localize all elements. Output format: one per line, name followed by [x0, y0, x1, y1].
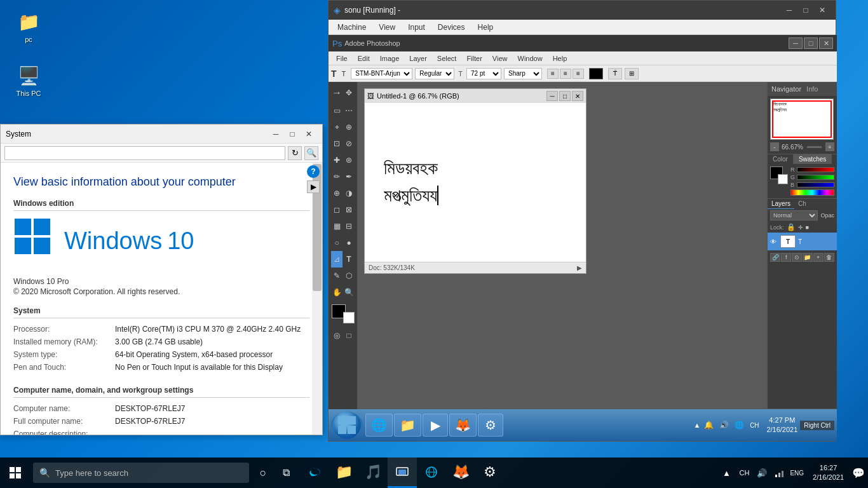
- task-view-button[interactable]: ⧉: [275, 461, 297, 484]
- ps-antialias-select[interactable]: Sharp: [504, 68, 542, 79]
- ps-tool-zoom[interactable]: 🔍: [343, 284, 355, 301]
- sysinfo-minimize-button[interactable]: ─: [268, 127, 284, 141]
- ps-tool-text[interactable]: T: [343, 251, 355, 268]
- tray-lang-icon[interactable]: CH: [735, 464, 753, 482]
- vbox-tray-notification[interactable]: 🔔: [702, 418, 715, 432]
- ps-navigator-header[interactable]: Navigator Info: [768, 82, 837, 96]
- ps-font-size-select[interactable]: 72 pt: [466, 68, 501, 79]
- vbox-tray-expand[interactable]: ▲: [693, 421, 700, 429]
- ps-layer-delete-icon[interactable]: 🗑: [824, 253, 834, 262]
- ps-channels-tab[interactable]: Ch: [794, 199, 810, 209]
- taskbar-clock[interactable]: 16:27 2/16/2021: [808, 463, 849, 483]
- ps-tool-path[interactable]: ⊿: [331, 251, 342, 268]
- vbox-tray-lang[interactable]: CH: [747, 418, 761, 432]
- ps-blue-slider[interactable]: [797, 182, 834, 187]
- ps-tool-arrow[interactable]: →: [331, 85, 342, 101]
- sysinfo-scrollbar[interactable]: [312, 163, 322, 435]
- taskbar-search-box[interactable]: 🔍: [33, 463, 249, 483]
- vbox-menu-devices[interactable]: Devices: [431, 22, 471, 33]
- ps-tool-heal[interactable]: ✚: [331, 152, 342, 168]
- ps-close-button[interactable]: ✕: [819, 37, 833, 49]
- taskbar-app-media[interactable]: 🎵: [358, 458, 388, 488]
- ps-maximize-button[interactable]: □: [804, 37, 818, 49]
- ps-tool-clone[interactable]: ⊕: [331, 185, 342, 201]
- ps-tool-heal2[interactable]: ⊛: [343, 152, 355, 168]
- vbox-menu-input[interactable]: Input: [402, 22, 431, 33]
- ps-tool-marquee2[interactable]: ⋯: [343, 102, 355, 119]
- ps-tool-move[interactable]: ✥: [343, 85, 355, 101]
- ps-layer-group-icon[interactable]: 📁: [803, 253, 813, 262]
- ps-font-family-select[interactable]: STM-BNT-Arjun: [351, 68, 412, 79]
- vbox-app-firefox[interactable]: 🦊: [449, 414, 477, 437]
- ps-quick-mask[interactable]: ◎: [331, 327, 342, 344]
- ps-tool-eraser2[interactable]: ⊠: [343, 201, 355, 218]
- taskbar-app-settings[interactable]: ⚙: [475, 458, 505, 488]
- ps-layer-style-icon[interactable]: f: [781, 253, 791, 262]
- sysinfo-search-button[interactable]: 🔍: [304, 146, 318, 160]
- ps-spectrum-bar[interactable]: [790, 189, 834, 196]
- vbox-app-folder[interactable]: 📁: [394, 414, 421, 437]
- ps-tool-pencil[interactable]: ✒: [343, 168, 355, 185]
- ps-tool-crop[interactable]: ⊡: [331, 135, 342, 152]
- ps-screen-mode[interactable]: □: [343, 327, 355, 344]
- tray-volume-icon[interactable]: 🔊: [753, 464, 771, 482]
- ps-doc-maximize-button[interactable]: □: [559, 91, 571, 101]
- ps-menu-window[interactable]: Window: [513, 53, 548, 64]
- ps-lock-all-icon[interactable]: ■: [806, 224, 809, 231]
- ps-tool-burn[interactable]: ●: [343, 234, 355, 251]
- ps-blend-mode-select[interactable]: Normal: [770, 210, 818, 220]
- ps-green-slider[interactable]: [797, 175, 834, 180]
- ps-menu-image[interactable]: Image: [375, 53, 405, 64]
- taskbar-app-ie[interactable]: [417, 458, 446, 488]
- notification-button[interactable]: 💬: [849, 458, 868, 488]
- ps-align-center-button[interactable]: ≡: [560, 69, 571, 79]
- sysinfo-refresh-button[interactable]: ↻: [288, 146, 302, 160]
- ps-bg-color[interactable]: [778, 174, 788, 184]
- ps-warp-text-button[interactable]: T̂: [608, 68, 622, 79]
- ps-layers-tab[interactable]: Layers: [768, 199, 794, 209]
- start-button[interactable]: [0, 458, 31, 488]
- taskbar-app-vbox[interactable]: [388, 458, 417, 488]
- vbox-menu-help[interactable]: Help: [471, 22, 500, 33]
- ps-tool-lasso2[interactable]: ⊕: [343, 119, 355, 135]
- ps-menu-view[interactable]: View: [487, 53, 513, 64]
- vbox-start-button[interactable]: [331, 412, 363, 438]
- ps-color-tab[interactable]: Color: [768, 154, 794, 164]
- ps-menu-layer[interactable]: Layer: [404, 53, 432, 64]
- ps-menu-file[interactable]: File: [331, 53, 353, 64]
- sysinfo-search-input[interactable]: [4, 146, 285, 160]
- ps-align-left-button[interactable]: ≡: [547, 69, 559, 79]
- vbox-app-ie[interactable]: 🌐: [365, 414, 393, 437]
- ps-red-slider[interactable]: [797, 167, 834, 172]
- ps-tool-history[interactable]: ◑: [343, 185, 355, 201]
- ps-tool-brush[interactable]: ✏: [331, 168, 342, 185]
- ps-layer-row[interactable]: 👁 T T: [768, 233, 837, 250]
- sysinfo-close-button[interactable]: ✕: [301, 127, 317, 141]
- vbox-menu-machine[interactable]: Machine: [331, 22, 372, 33]
- ps-tool-fill[interactable]: ⊟: [343, 218, 355, 234]
- ps-menu-edit[interactable]: Edit: [353, 53, 375, 64]
- ps-menu-help[interactable]: Help: [548, 53, 573, 64]
- ps-zoom-in-button[interactable]: +: [825, 142, 834, 151]
- ps-lock-icon[interactable]: 🔒: [787, 223, 796, 231]
- ps-font-style-select[interactable]: Regular: [415, 68, 454, 79]
- ps-layer-new-icon[interactable]: +: [813, 253, 824, 262]
- desktop-icon-pc[interactable]: 📁 pc: [6, 6, 51, 46]
- taskbar-app-folder[interactable]: 📁: [329, 458, 358, 488]
- ps-tool-hand[interactable]: ✋: [331, 284, 342, 301]
- tray-network-icon[interactable]: [771, 464, 789, 482]
- tray-expand-icon[interactable]: ▲: [717, 464, 735, 482]
- vbox-clock[interactable]: 4:27 PM 2/16/2021: [766, 416, 797, 435]
- ps-tool-pen[interactable]: ✎: [331, 268, 342, 284]
- cortana-button[interactable]: ○: [252, 461, 275, 484]
- ps-layer-mask-icon[interactable]: ⊙: [792, 253, 802, 262]
- sysinfo-help-button[interactable]: ?: [307, 165, 320, 178]
- vbox-minimize-button[interactable]: ─: [781, 3, 797, 17]
- ps-tool-gradient[interactable]: ▦: [331, 218, 342, 234]
- sysinfo-maximize-button[interactable]: □: [284, 127, 301, 141]
- vbox-maximize-button[interactable]: □: [797, 3, 814, 17]
- vbox-menu-view[interactable]: View: [372, 22, 402, 33]
- vbox-close-button[interactable]: ✕: [814, 3, 831, 17]
- ps-palettes-button[interactable]: ⊞: [625, 68, 639, 79]
- ps-menu-select[interactable]: Select: [432, 53, 462, 64]
